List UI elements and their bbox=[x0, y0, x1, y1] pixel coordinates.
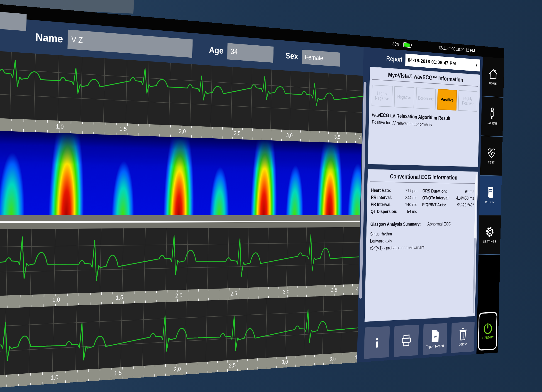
patient-icon bbox=[489, 108, 495, 120]
svg-text:PDF: PDF bbox=[433, 335, 437, 338]
sidebar-label: SETTINGS bbox=[483, 240, 496, 244]
measure-label: QT Dispersion: bbox=[371, 209, 397, 214]
measurements: Heart Rate:71 bpm RR Interval:844 ms PR … bbox=[371, 186, 474, 216]
axis-tick-label: 3,5 bbox=[331, 287, 337, 294]
class-positive-button[interactable]: Positive bbox=[437, 89, 457, 111]
measure-value: 94 ms bbox=[465, 189, 474, 194]
separator-band bbox=[0, 215, 360, 229]
glasgow-value: Abnormal ECG bbox=[427, 221, 451, 227]
photo-background: 83% 12-11-2020 18:09:12 PM Name V Z Age … bbox=[0, 0, 542, 392]
sex-field[interactable]: Female bbox=[302, 50, 340, 67]
glasgow-findings: Sinus rhythm Leftward axis rSr'(V1) - pr… bbox=[370, 230, 473, 252]
sidebar-item-settings[interactable]: SETTINGS bbox=[478, 215, 501, 255]
export-report-label: Export Report bbox=[426, 344, 444, 349]
standby-area: STAND BY bbox=[477, 310, 499, 354]
measure-label: P/QRS/T Axis: bbox=[422, 202, 446, 207]
battery-icon bbox=[403, 42, 411, 48]
axis-tick-label: 2,5 bbox=[234, 130, 241, 137]
name-field[interactable]: V Z bbox=[67, 30, 193, 58]
ecg-display-area: Name V Z Age 34 Sex Female 1,0 bbox=[0, 16, 364, 389]
standby-button[interactable]: STAND BY bbox=[478, 312, 498, 351]
class-highly-positive-button[interactable]: Highly Positive bbox=[458, 90, 477, 112]
ecg-panel-title: Conventional ECG Information bbox=[369, 173, 476, 181]
class-highly-negative-button[interactable]: Highly Negative bbox=[372, 85, 393, 107]
info-button[interactable] bbox=[364, 326, 390, 359]
conventional-ecg-panel: Conventional ECG Information Heart Rate:… bbox=[364, 169, 478, 322]
status-datetime: 12-11-2020 18:09:12 PM bbox=[438, 45, 475, 53]
axis-tick-label: 3,0 bbox=[286, 132, 293, 139]
delete-button[interactable]: Delete bbox=[451, 322, 475, 353]
wavecg-spectrogram bbox=[0, 131, 362, 216]
glasgow-label: Glasgow Analysis Summary: bbox=[370, 221, 421, 227]
axis-tick-label: 2,5 bbox=[229, 362, 236, 369]
battery-percent: 83% bbox=[392, 41, 400, 47]
sex-label: Sex bbox=[285, 51, 298, 61]
printer-icon bbox=[401, 334, 412, 348]
algorithm-result: wavECG LV Relaxation Algorithm Result: P… bbox=[372, 112, 477, 129]
report-label: Report bbox=[386, 54, 402, 63]
trash-icon bbox=[459, 328, 467, 341]
class-negative-button[interactable]: Negative bbox=[394, 86, 414, 108]
delete-label: Delete bbox=[459, 342, 467, 347]
measure-value: 844 ms bbox=[405, 195, 417, 201]
axis-tick-label: 4 bbox=[356, 287, 358, 293]
info-icon bbox=[372, 337, 382, 348]
sidebar-spacer bbox=[477, 255, 500, 310]
age-field[interactable]: 34 bbox=[227, 43, 274, 63]
measure-value: 71 bpm bbox=[405, 188, 417, 194]
finding-line: Sinus rhythm bbox=[370, 230, 473, 238]
finding-line: rSr'(V1) - probable normal variant bbox=[370, 243, 473, 252]
axis-tick-label: 1,5 bbox=[119, 126, 127, 133]
measure-value: 414/450 ms bbox=[456, 196, 474, 201]
divider bbox=[370, 181, 476, 184]
gear-icon bbox=[485, 226, 494, 238]
heart-pulse-icon bbox=[487, 147, 496, 159]
measure-value: 54 ms bbox=[407, 209, 417, 214]
info-column: Report 04-16-2018 01:08:47 PM ▼ MyoVista… bbox=[361, 47, 483, 362]
axis-tick-label: 1,5 bbox=[116, 294, 123, 301]
axis-tick-label: 4 bbox=[355, 354, 357, 360]
sidebar-item-report[interactable]: REPORT bbox=[479, 176, 502, 215]
print-button[interactable] bbox=[394, 325, 419, 357]
axis-tick-label: 2,5 bbox=[230, 291, 237, 297]
measure-label: QT/QTc Interval: bbox=[422, 195, 450, 201]
axis-tick-label: 1,5 bbox=[114, 370, 122, 377]
measure-value: 9°/-28°/49° bbox=[457, 202, 474, 207]
axis-tick-label: 3,0 bbox=[283, 289, 289, 295]
sidebar-item-test[interactable]: TEST bbox=[480, 136, 503, 176]
separator-line bbox=[0, 221, 360, 223]
axis-tick-label: 3,0 bbox=[282, 359, 288, 365]
axis-tick-label: 3,5 bbox=[334, 134, 340, 140]
report-dropdown[interactable]: 04-16-2018 01:08:47 PM ▼ bbox=[405, 54, 480, 71]
age-label: Age bbox=[209, 45, 224, 56]
export-report-button[interactable]: PDF Export Report bbox=[423, 323, 447, 355]
measurements-left: Heart Rate:71 bpm RR Interval:844 ms PR … bbox=[371, 186, 417, 216]
sidebar-item-patient[interactable]: PATIENT bbox=[481, 96, 503, 137]
panel-scrollbar-thumb[interactable] bbox=[474, 174, 477, 238]
sidebar-label: HOME bbox=[489, 82, 497, 86]
axis-tick-label: 1,0 bbox=[51, 374, 59, 381]
report-dropdown-value: 04-16-2018 01:08:47 PM bbox=[408, 57, 456, 67]
axis-tick-label: 2,0 bbox=[175, 292, 183, 299]
wavecg-info-panel: MyoVista® wavECG™ Information Highly Neg… bbox=[368, 67, 480, 167]
axis-tick-label: 1,0 bbox=[56, 123, 64, 130]
measure-label: Heart Rate: bbox=[371, 188, 391, 193]
measure-label: PR Interval: bbox=[371, 202, 392, 207]
axis-tick-label: 1,0 bbox=[52, 296, 60, 304]
action-bar: PDF Export Report Delete bbox=[361, 318, 477, 362]
class-borderline-button[interactable]: Borderline bbox=[416, 87, 436, 109]
measure-label: QRS Duration: bbox=[423, 188, 447, 194]
sidebar-label: TEST bbox=[488, 161, 495, 164]
standby-label: STAND BY bbox=[482, 336, 494, 340]
axis-tick-label: 2,0 bbox=[174, 366, 181, 373]
sidebar-label: REPORT bbox=[485, 200, 496, 204]
device-screen: 83% 12-11-2020 18:09:12 PM Name V Z Age … bbox=[0, 3, 504, 389]
sidebar-item-home[interactable]: HOME bbox=[482, 57, 504, 98]
power-icon bbox=[483, 323, 492, 334]
axis-tick-label: 3,5 bbox=[330, 355, 336, 362]
name-label: Name bbox=[35, 31, 63, 45]
pdf-doc-icon: PDF bbox=[431, 329, 439, 343]
sidebar-label: PATIENT bbox=[487, 121, 497, 125]
report-doc-icon bbox=[487, 187, 494, 198]
axis-tick-label: 4 bbox=[359, 135, 362, 141]
